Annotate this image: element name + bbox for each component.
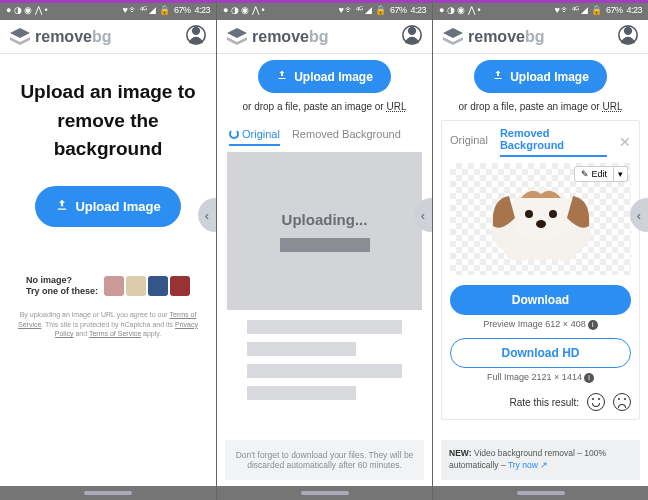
status-bar: ● ◑ ◉ ⋀ • ♥ ᯤ ⁴ᴳ ◢🔒67%4:23 <box>217 0 432 20</box>
uploading-label: Uploading... <box>282 211 368 228</box>
logo[interactable]: removebg <box>443 28 544 46</box>
app-header: removebg <box>0 20 216 54</box>
logo[interactable]: removebg <box>227 28 328 46</box>
app-header: removebg <box>433 20 648 54</box>
upload-image-button[interactable]: Upload Image <box>474 60 607 93</box>
result-card: Original Removed Background ✕ ✎ Edit ▾ <box>441 120 640 420</box>
promo-link[interactable]: Try now ↗ <box>508 460 548 470</box>
sample-thumb[interactable] <box>104 276 124 296</box>
chevron-left-icon: ‹ <box>637 208 641 223</box>
svg-point-8 <box>505 243 533 261</box>
drop-hint: or drop a file, paste an image or URL <box>433 101 648 112</box>
logo[interactable]: removebg <box>10 28 111 46</box>
url-link[interactable]: URL <box>602 101 622 112</box>
logo-icon <box>227 28 247 46</box>
chevron-left-icon: ‹ <box>205 208 209 223</box>
edit-button[interactable]: ✎ Edit <box>574 166 614 182</box>
preview-area: Uploading... <box>227 152 422 310</box>
account-icon[interactable] <box>618 25 638 49</box>
result-subject <box>471 174 611 264</box>
discard-notice: Don't forget to download your files. The… <box>225 440 424 480</box>
status-battery: 67% <box>174 5 191 15</box>
tab-original[interactable]: Original <box>450 134 488 150</box>
upload-icon <box>492 69 504 84</box>
spinner-icon <box>229 129 239 139</box>
svg-point-6 <box>549 210 557 218</box>
url-link[interactable]: URL <box>386 101 406 112</box>
android-navbar[interactable] <box>0 486 216 500</box>
tab-removed-bg[interactable]: Removed Background <box>292 128 401 146</box>
screen-uploading: ● ◑ ◉ ⋀ • ♥ ᯤ ⁴ᴳ ◢🔒67%4:23 removebg Uplo… <box>216 0 432 500</box>
download-hd-button[interactable]: Download HD <box>450 338 631 368</box>
screen-landing: ● ◑ ◉ ⋀ • ♥ ᯤ ⁴ᴳ ◢ 🔒 67% 4:23 removebg U… <box>0 0 216 500</box>
tab-original[interactable]: Original <box>229 128 280 146</box>
status-bar: ● ◑ ◉ ⋀ • ♥ ᯤ ⁴ᴳ ◢ 🔒 67% 4:23 <box>0 0 216 20</box>
sample-thumb[interactable] <box>148 276 168 296</box>
chevron-left-icon: ‹ <box>421 208 425 223</box>
upload-image-button[interactable]: Upload Image <box>258 60 391 93</box>
full-dimensions: Full Image 2121 × 1414i <box>450 372 631 383</box>
screen-result: ● ◑ ◉ ⋀ • ♥ ᯤ ⁴ᴳ ◢🔒67%4:23 removebg Uplo… <box>432 0 648 500</box>
info-icon[interactable]: i <box>588 320 598 330</box>
legal-text: By uploading an image or URL you agree t… <box>0 310 216 339</box>
upload-icon <box>276 69 288 84</box>
status-left-icons: ● ◑ ◉ ⋀ • <box>6 5 48 15</box>
sample-thumb[interactable] <box>170 276 190 296</box>
download-button[interactable]: Download <box>450 285 631 315</box>
svg-point-5 <box>525 210 533 218</box>
status-time: 4:23 <box>194 5 210 15</box>
rate-good-button[interactable] <box>587 393 605 411</box>
sample-thumb[interactable] <box>126 276 146 296</box>
rate-bad-button[interactable] <box>613 393 631 411</box>
app-header: removebg <box>217 20 432 54</box>
edit-dropdown[interactable]: ▾ <box>614 166 628 182</box>
skeleton-placeholder <box>247 320 402 400</box>
tos-link-2[interactable]: Terms of Service <box>89 330 141 337</box>
account-icon[interactable] <box>402 25 422 49</box>
svg-point-9 <box>549 243 577 261</box>
drop-hint: or drop a file, paste an image or URL <box>217 101 432 112</box>
status-network-icons: ♥ ᯤ ⁴ᴳ ◢ <box>123 5 156 15</box>
result-image: ✎ Edit ▾ <box>450 163 631 275</box>
logo-icon <box>443 28 463 46</box>
sample-images-row: No image? Try one of these: <box>0 275 216 298</box>
tab-removed-bg[interactable]: Removed Background <box>500 127 607 157</box>
logo-icon <box>10 28 30 46</box>
preview-dimensions: Preview Image 612 × 408i <box>450 319 631 330</box>
noimage-line2: Try one of these: <box>26 286 98 298</box>
hero-heading: Upload an image to remove the background <box>12 78 204 164</box>
android-navbar[interactable] <box>217 486 432 500</box>
info-icon[interactable]: i <box>584 373 594 383</box>
progress-bar <box>280 238 370 252</box>
upload-image-button[interactable]: Upload Image <box>35 186 180 227</box>
noimage-line1: No image? <box>26 275 98 287</box>
android-navbar[interactable] <box>433 486 648 500</box>
status-bar: ● ◑ ◉ ⋀ • ♥ ᯤ ⁴ᴳ ◢🔒67%4:23 <box>433 0 648 20</box>
rate-label: Rate this result: <box>510 397 579 408</box>
promo-banner: NEW: Video background removal – 100% aut… <box>441 440 640 480</box>
close-icon[interactable]: ✕ <box>619 134 631 150</box>
upload-icon <box>55 198 69 215</box>
account-icon[interactable] <box>186 25 206 49</box>
svg-point-7 <box>536 220 546 228</box>
